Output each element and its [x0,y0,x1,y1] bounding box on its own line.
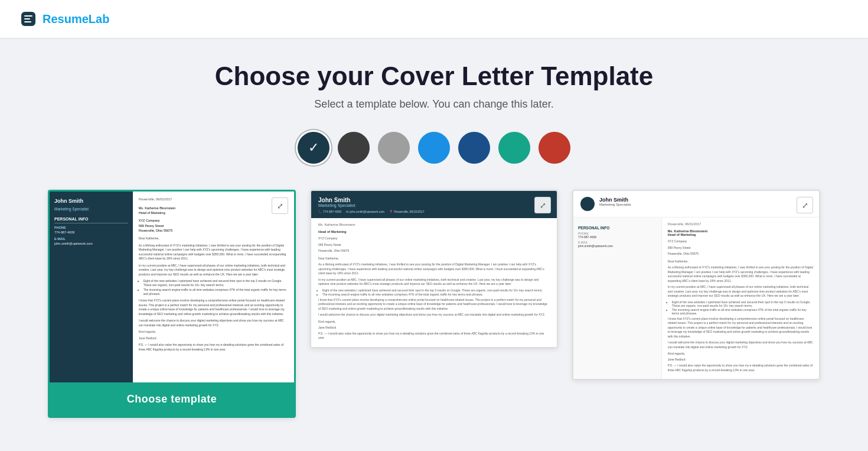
choose-template-button-1[interactable]: Choose template [50,382,294,416]
para4-2: I would welcome the chance to discuss yo… [318,313,550,317]
logo-text: ResumeLab [43,12,109,26]
swatch-silver[interactable] [378,132,410,164]
bullet2-1: The incoming search engine traffic to al… [143,288,288,296]
phone-label-1: Phone [54,226,128,231]
recipient-2: Head of Marketing [318,230,550,233]
template-card-3[interactable]: ⤢ John Smith Marketing Specialist Person… [572,190,820,380]
resume2-email: ✉ john.smith@uptowork.com [346,210,384,213]
address1-1: 099 Peony Street [139,224,288,229]
logo-text-accent: Lab [89,12,110,25]
salutation-2: Dear Katherine, [318,257,550,261]
navbar: ResumeLab [0,0,868,38]
addr1-3: 099 Peony Street [668,246,813,251]
page-title: Choose your Cover Letter Template [47,61,821,91]
svg-rect-3 [24,21,31,22]
resume2-city: 📍 Flowerville, 06/10/2017 [389,210,424,213]
company-2: XYZ Company [318,236,550,241]
logo-text-dark: Resume [43,12,89,25]
salutation-3: Dear Katherine, [668,259,813,264]
para1-1: As a lifelong enthusiast of XYZ's market… [139,244,288,261]
para1-3: As a lifelong enthusiast of XYZ's market… [668,265,813,283]
resume2-body: Ms. Katherine Bloomstein Head of Marketi… [311,218,557,347]
bullets-3: Eight of the new websites I optimized ha… [672,300,813,315]
ps-1: P.S. — I would also value the opportunit… [139,343,288,352]
main-content: Choose your Cover Letter Template Select… [0,38,868,442]
resume3-sidebar: Personal Info Phone 774-987-4009 E-mail … [573,218,662,379]
para4-3: I would welcome the chance to discuss yo… [668,340,813,349]
para2-2: In my current position at ABC, I have su… [318,278,550,287]
resume2-contact-row: 📞 774-987-4009 ✉ john.smith@uptowork.com… [318,210,550,213]
svg-rect-2 [24,18,30,20]
para1-2: As a lifelong enthusiast of XYZ's market… [318,262,550,276]
swatch-dark-blue[interactable] [458,132,490,164]
recipient-title-1: Head of Marketing [139,211,288,216]
phone-val-3: 774-987-4009 [578,235,657,239]
para3-1: I know that XYZ's current plans involve … [139,298,288,316]
signature-2: Jane Redlock [318,326,550,329]
resume3-layout: Personal Info Phone 774-987-4009 E-mail … [573,218,819,379]
closing-1: Kind regards, [139,330,288,334]
resume3-title: Marketing Specialist [599,203,631,206]
template-card-1[interactable]: ⤢ John Smith Marketing Specialist Person… [48,190,296,418]
para2-1: In my current position at ABC, I have su… [139,264,288,277]
addr2-2: Flowerville, Ohio 55675 [318,249,550,254]
resume-preview-3: John Smith Marketing Specialist Personal… [573,191,819,379]
swatch-blue[interactable] [418,132,450,164]
bullets-2: Eight of the new websites I optimized ha… [322,288,550,296]
logo-icon [19,9,38,28]
ps-2: P.S. — I would also value the opportunit… [318,332,550,340]
resume-title-1: Marketing Specialist [54,206,128,212]
expand-button-1[interactable]: ⤢ [272,197,288,214]
company-1: XYZ Company [139,219,288,223]
resume3-body: Flowerville, 06/01/2017 Ms. Katherine Bl… [662,218,819,379]
salutation-1: Dear Katherine, [139,236,288,241]
swatch-teal[interactable] [498,132,530,164]
ps-3: P.S. — I would also value the opportunit… [668,364,813,372]
template-card-2[interactable]: ⤢ John Smith Marketing Specialist 📞 774-… [310,190,558,348]
color-swatches: ✓ [47,132,821,164]
resume2-phone: 📞 774-987-4009 [318,210,341,213]
resume3-name: John Smith [599,197,631,203]
personal-info-label-3: Personal Info [578,226,657,230]
bullets-1: Eight of the new websites I optimized ha… [143,279,288,296]
company-3: XYZ Company [668,239,813,244]
recipient-name-1: Ms. Katherine Bloomstein [139,206,288,211]
resume3-name-block: John Smith Marketing Specialist [599,197,631,206]
swatch-navy[interactable]: ✓ [298,132,329,164]
signature-1: Jane Redlock [139,336,288,340]
bullet1-2: Eight of the new websites I optimized ha… [322,288,550,292]
page-subtitle: Select a template below. You can change … [47,98,821,111]
city-icon-2: 📍 [389,210,393,213]
email-val-1: john.smith@uptowork.com [54,242,128,246]
check-icon: ✓ [308,141,319,154]
resume2-header: John Smith Marketing Specialist 📞 774-98… [311,191,557,218]
resume3-header: John Smith Marketing Specialist [573,191,819,218]
bullet2-3: The incoming search engine traffic to al… [672,308,813,315]
phone-val-1: 774-987-4009 [54,231,128,235]
address2-1: Flowerville, Ohio 55675 [139,229,288,233]
bullet2-2: The incoming search engine traffic to al… [322,293,550,296]
addr2-3: Flowerville, Ohio 55675 [668,252,813,257]
closing-2: Kind regards, [318,320,550,323]
expand-icon-1: ⤢ [277,202,283,210]
phone-icon-2: 📞 [318,210,322,213]
personal-info-label-1: Personal Info [54,216,128,224]
para3-2: I know that XYZ's current plans involve … [318,298,550,312]
expand-button-2[interactable]: ⤢ [534,197,551,213]
swatch-charcoal[interactable] [338,132,370,164]
swatch-red[interactable] [539,132,570,164]
bullet1-3: Eight of the new websites I optimized ha… [672,300,813,307]
signature-3: Jane Redlock [668,358,813,361]
svg-rect-1 [24,15,32,17]
bullet1-1: Eight of the new websites I optimized ha… [143,279,288,287]
phone-row-1: Phone 774-987-4009 [54,226,128,235]
expand-icon-3: ⤢ [802,201,808,210]
email-val-3: john.smith@uptowork.com [578,244,657,248]
date-2: Ms. Katherine Bloomstein [318,223,550,226]
email-row-1: E-mail john.smith@uptowork.com [54,237,128,246]
para3-3: I know that XYZ's current plans involve … [668,317,813,339]
resume2-name: John Smith [318,197,550,203]
para4-1: I would welcome the chance to discuss yo… [139,319,288,327]
para2-3: In my current position at ABC, I have su… [668,285,813,298]
expand-button-3[interactable]: ⤢ [797,197,813,213]
